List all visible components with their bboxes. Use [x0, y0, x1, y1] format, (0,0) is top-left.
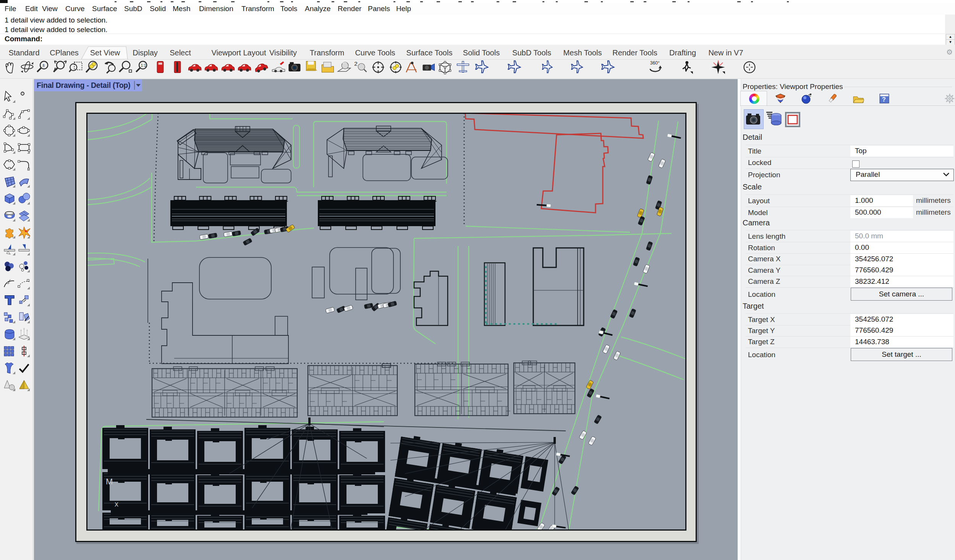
svg-text:x: x [115, 500, 118, 508]
svg-text:?: ? [882, 96, 886, 103]
svg-text:Final Drawing - Detail (Top): Final Drawing - Detail (Top) [37, 81, 130, 89]
svg-text:±: ± [42, 63, 45, 68]
svg-text:360°: 360° [650, 60, 660, 66]
svg-text:M: M [106, 477, 113, 486]
svg-text:1:1: 1:1 [141, 63, 146, 68]
svg-text:2: 2 [354, 60, 358, 67]
